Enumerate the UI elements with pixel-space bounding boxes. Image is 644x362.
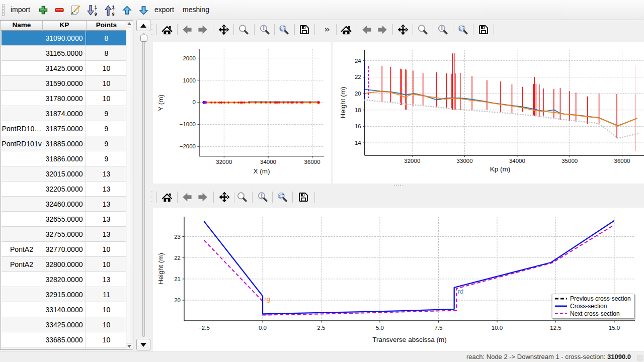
svg-text:34000: 34000 <box>509 158 525 164</box>
svg-text:0.0: 0.0 <box>259 325 267 331</box>
svg-text:33000: 33000 <box>457 158 473 164</box>
svg-text:22: 22 <box>174 255 181 261</box>
svg-text:20: 20 <box>174 297 181 303</box>
svg-text:35000: 35000 <box>561 158 578 164</box>
svg-text:23: 23 <box>174 234 181 240</box>
svg-text:Kp (m): Kp (m) <box>490 165 511 173</box>
svg-text:Next cross-section: Next cross-section <box>570 310 620 317</box>
svg-text:32000: 32000 <box>216 159 232 165</box>
svg-text:1: 1 <box>440 25 443 31</box>
svg-text:9: 9 <box>112 12 115 16</box>
svg-text:15.0: 15.0 <box>609 325 620 331</box>
svg-text:X (m): X (m) <box>253 167 270 175</box>
svg-text:21: 21 <box>174 276 181 282</box>
svg-text:−2.5: −2.5 <box>198 325 210 331</box>
svg-text:14: 14 <box>355 140 361 146</box>
svg-text:12.5: 12.5 <box>550 325 561 331</box>
svg-text:36000: 36000 <box>614 158 630 164</box>
svg-text:Height (m): Height (m) <box>339 86 347 118</box>
svg-text:10.0: 10.0 <box>492 325 503 331</box>
svg-text:rg: rg <box>264 295 270 303</box>
svg-text:Height (m): Height (m) <box>157 253 165 285</box>
svg-text:36000: 36000 <box>304 159 320 165</box>
svg-text:Y (m): Y (m) <box>157 95 165 111</box>
svg-text:Transverse abscissa (m): Transverse abscissa (m) <box>372 336 446 343</box>
svg-text:Cross-section: Cross-section <box>570 303 607 310</box>
svg-text:1: 1 <box>260 193 263 199</box>
svg-text:18: 18 <box>355 107 361 113</box>
svg-text:9: 9 <box>95 12 97 16</box>
svg-text:1: 1 <box>95 5 97 10</box>
svg-text:16: 16 <box>355 123 361 129</box>
svg-text:−2000: −2000 <box>180 143 196 149</box>
svg-text:5.0: 5.0 <box>376 325 384 331</box>
svg-text:2.5: 2.5 <box>317 325 326 331</box>
svg-text:−1000: −1000 <box>180 121 196 127</box>
svg-text:34000: 34000 <box>260 159 276 165</box>
svg-text:1: 1 <box>262 25 265 31</box>
svg-text:7.5: 7.5 <box>435 325 443 331</box>
svg-text:2000: 2000 <box>183 55 196 61</box>
svg-text:32000: 32000 <box>404 158 420 164</box>
svg-text:24: 24 <box>355 58 361 64</box>
svg-text:20: 20 <box>355 90 361 97</box>
svg-text:0: 0 <box>193 99 196 105</box>
svg-text:1000: 1000 <box>183 77 196 83</box>
svg-text:22: 22 <box>355 74 361 80</box>
svg-text:rd: rd <box>458 288 464 295</box>
svg-text:1: 1 <box>112 5 115 10</box>
svg-text:Previous cross-section: Previous cross-section <box>570 295 631 302</box>
